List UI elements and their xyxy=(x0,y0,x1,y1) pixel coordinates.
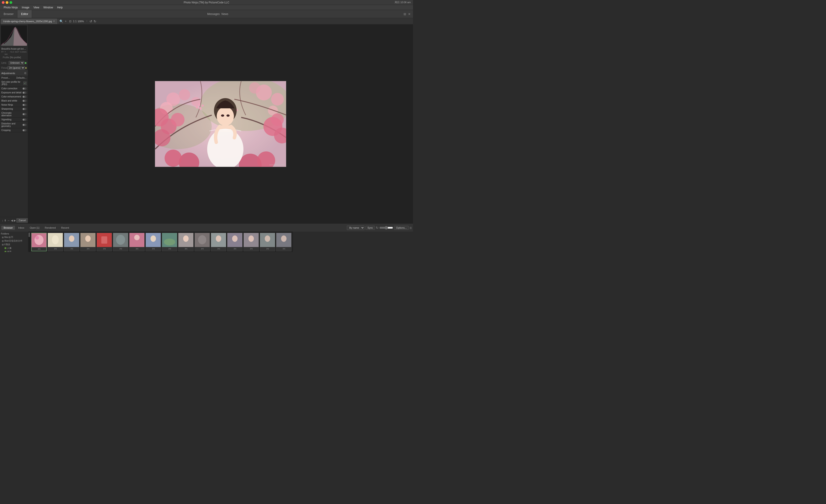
zoom-100-icon[interactable]: 1:1 xyxy=(73,19,77,23)
zoom-out-icon[interactable]: 🔍 xyxy=(59,19,63,23)
thumb-item-1[interactable]: .jpg xyxy=(48,233,63,251)
fb-folder-lilian[interactable]: ⊞ lilian压缩后的文件 xyxy=(1,239,27,243)
adj-item-distortion[interactable]: Distortion and geometry xyxy=(0,122,28,128)
adj-toggle-sharpening[interactable] xyxy=(22,108,26,110)
focus-select[interactable]: 2m (guess) xyxy=(7,66,25,70)
arrow-down-icon[interactable]: ↓ xyxy=(1,218,4,223)
thumb-img-14 xyxy=(260,233,275,247)
thumb-item-8[interactable]: .jpg xyxy=(162,233,177,251)
zoom-fit-icon[interactable]: ⊡ xyxy=(68,19,72,23)
thumb-item-14[interactable]: .jpg xyxy=(260,233,275,251)
thumb-item-12[interactable]: .jpg xyxy=(227,233,243,251)
menu-image[interactable]: Image xyxy=(20,5,31,9)
rotate-right-icon[interactable]: ↻ xyxy=(94,19,96,23)
browser-tab-recent[interactable]: Recent xyxy=(59,226,71,230)
thumb-item-0[interactable]: .jpg xyxy=(31,233,47,251)
menu-help[interactable]: Help xyxy=(55,5,65,9)
thumb-item-5[interactable]: .jpg xyxy=(113,233,128,251)
zoom-in-icon[interactable]: + xyxy=(64,19,68,23)
sidebar-toggle-icon[interactable]: ||| xyxy=(410,227,412,229)
adj-item-exposure[interactable]: Exposure and detail xyxy=(0,91,28,95)
adj-item-color-profile[interactable]: Set color profile for JPEG ✓ xyxy=(0,80,28,86)
thumb-img-9 xyxy=(178,233,193,247)
thumb-img-5 xyxy=(113,233,128,247)
fb-subfolder-portrait[interactable]: 人像 xyxy=(1,246,27,250)
browser-tab-open[interactable]: Open [1] xyxy=(27,226,42,230)
adj-item-color-enhancement[interactable]: Color enhancement xyxy=(0,95,28,99)
options-button[interactable]: Options... xyxy=(394,226,409,230)
sort-select[interactable]: By name xyxy=(347,226,364,230)
messages-link[interactable]: Messages xyxy=(207,12,220,16)
tab-browser[interactable]: Browser xyxy=(0,10,17,18)
adj-toggle-distortion[interactable] xyxy=(22,124,26,126)
news-link[interactable]: News xyxy=(222,12,228,16)
maximize-button[interactable] xyxy=(9,1,12,4)
sync-button[interactable]: Sync xyxy=(365,226,375,230)
grid-icon[interactable]: ⊞ xyxy=(404,12,406,16)
lens-select[interactable]: Unknown xyxy=(9,61,24,65)
thumb-img-11 xyxy=(211,233,226,247)
subfolder-portrait: 人像 xyxy=(7,247,11,250)
preset-button[interactable]: Preset... xyxy=(1,77,10,79)
fb-folder-mac[interactable]: ⊞ Mac金币 xyxy=(1,236,27,239)
menu-window[interactable]: Window xyxy=(42,5,55,9)
fb-subfolder-city[interactable]: 城市 xyxy=(1,250,27,252)
fb-folder-lr[interactable]: ⊞ lr预设 xyxy=(1,243,27,246)
adj-item-chromatic[interactable]: Chromatic aberration xyxy=(0,111,28,118)
thumb-item-6[interactable]: .jpg xyxy=(129,233,144,251)
thumb-item-11[interactable]: .jpg xyxy=(211,233,226,251)
minimize-button[interactable] xyxy=(6,1,8,4)
browser-tab-rendered[interactable]: Rendered xyxy=(42,226,58,230)
focus-status-dot xyxy=(25,67,26,69)
close-panel-icon[interactable]: ✕ xyxy=(408,12,411,16)
rotate-left-icon[interactable]: ↺ xyxy=(90,19,92,23)
browser-tab-browser[interactable]: Browser xyxy=(1,226,15,230)
menu-view[interactable]: View xyxy=(32,5,41,9)
adj-item-vignetting[interactable]: Vignetting xyxy=(0,118,28,122)
active-file-tab[interactable]: l-bride-spring-cherry-flowers_1920x1200.… xyxy=(1,18,57,24)
adj-item-color-correction[interactable]: Color correction xyxy=(0,86,28,91)
browser-tab-inbox[interactable]: Inbox xyxy=(16,226,26,230)
adj-toggle-chromatic[interactable] xyxy=(22,113,26,115)
adj-toggle-color-correction[interactable] xyxy=(22,87,26,90)
thumb-item-9[interactable]: .jpg xyxy=(178,233,193,251)
thumb-item-3[interactable]: .jpg xyxy=(80,233,96,251)
arrow-left-icon[interactable]: ← xyxy=(86,19,88,23)
scrollbar-thumb[interactable] xyxy=(28,233,30,237)
refresh-icon[interactable]: ↻ xyxy=(376,226,378,230)
tab-editor[interactable]: Editor xyxy=(17,10,32,18)
thumb-item-10[interactable]: .jpg xyxy=(194,233,210,251)
file-tab-chevron-icon[interactable]: ▼ xyxy=(53,20,55,22)
lens-status-dot xyxy=(25,62,26,64)
thumb-label-12: .jpg xyxy=(233,247,236,250)
adj-check-color-profile[interactable]: ✓ xyxy=(23,81,26,85)
sidebar-scrollbar[interactable] xyxy=(28,232,30,252)
next-icon[interactable]: ▶ xyxy=(13,218,16,223)
adj-toggle-noise[interactable] xyxy=(22,104,26,106)
thumb-item-13[interactable]: .jpg xyxy=(243,233,259,251)
defaults-button[interactable]: Defaults... xyxy=(16,77,26,79)
adj-toggle-vignetting[interactable] xyxy=(22,119,26,121)
thumb-item-2[interactable]: .jpg xyxy=(64,233,79,251)
adj-toggle-bw[interactable] xyxy=(22,100,26,102)
adj-item-cropping[interactable]: Cropping xyxy=(0,128,28,132)
adj-toggle-color-enhancement[interactable] xyxy=(22,96,26,98)
thumb-item-7[interactable]: .jpg xyxy=(145,233,161,251)
adj-toggle-exposure[interactable] xyxy=(22,91,26,94)
adj-item-bw[interactable]: Black and white xyxy=(0,99,28,103)
expand-icon[interactable]: ↔ xyxy=(7,218,10,223)
file-tab-bar: l-bride-spring-cherry-flowers_1920x1200.… xyxy=(0,18,413,24)
menu-photo-ninja[interactable]: Photo Ninja xyxy=(2,5,19,9)
app-window: Photo Ninja (TM) by PictureCode LLC 周日 1… xyxy=(0,0,413,252)
cancel-button[interactable]: Cancel xyxy=(16,218,28,223)
adj-toggle-cropping[interactable] xyxy=(22,129,26,131)
zoom-slider[interactable] xyxy=(379,226,393,230)
adjustments-settings-icon[interactable]: ⚙ xyxy=(24,72,26,75)
arrow-down-alt-icon[interactable]: ⬇ xyxy=(4,218,7,223)
thumb-item-15[interactable]: .jpg xyxy=(276,233,292,251)
adj-item-sharpening[interactable]: Sharpening xyxy=(0,107,28,111)
close-button[interactable] xyxy=(2,1,5,4)
prev-icon[interactable]: ◀ xyxy=(10,218,13,223)
adj-item-noise[interactable]: Noise Ninja xyxy=(0,103,28,107)
thumb-item-4[interactable]: .jpg xyxy=(97,233,112,251)
